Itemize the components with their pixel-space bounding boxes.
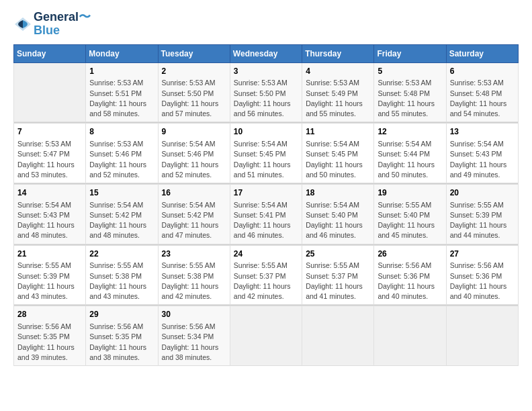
col-header-thursday: Thursday xyxy=(302,44,374,62)
day-info: Sunrise: 5:54 AM Sunset: 5:45 PM Dayligh… xyxy=(306,139,370,180)
day-number: 1 xyxy=(89,66,154,77)
day-number: 5 xyxy=(378,66,442,77)
header: General〜 Blue xyxy=(13,11,519,38)
day-number: 18 xyxy=(306,187,370,199)
day-cell: 6Sunrise: 5:53 AM Sunset: 5:48 PM Daylig… xyxy=(446,62,518,122)
day-cell: 18Sunrise: 5:54 AM Sunset: 5:40 PM Dayli… xyxy=(302,184,374,244)
day-info: Sunrise: 5:55 AM Sunset: 5:37 PM Dayligh… xyxy=(306,261,370,302)
day-info: Sunrise: 5:56 AM Sunset: 5:35 PM Dayligh… xyxy=(89,322,154,363)
day-number: 14 xyxy=(17,187,82,199)
day-cell: 17Sunrise: 5:54 AM Sunset: 5:41 PM Dayli… xyxy=(230,184,302,244)
week-row-1: 1Sunrise: 5:53 AM Sunset: 5:51 PM Daylig… xyxy=(14,62,519,122)
day-info: Sunrise: 5:54 AM Sunset: 5:44 PM Dayligh… xyxy=(378,139,442,180)
day-number: 29 xyxy=(89,309,154,320)
day-cell: 23Sunrise: 5:55 AM Sunset: 5:38 PM Dayli… xyxy=(158,245,230,305)
day-info: Sunrise: 5:53 AM Sunset: 5:48 PM Dayligh… xyxy=(378,78,442,119)
header-row: SundayMondayTuesdayWednesdayThursdayFrid… xyxy=(14,44,519,62)
day-cell: 25Sunrise: 5:55 AM Sunset: 5:37 PM Dayli… xyxy=(302,245,374,305)
day-info: Sunrise: 5:55 AM Sunset: 5:38 PM Dayligh… xyxy=(89,261,154,302)
day-info: Sunrise: 5:53 AM Sunset: 5:50 PM Dayligh… xyxy=(234,78,298,119)
day-number: 2 xyxy=(162,66,226,77)
day-info: Sunrise: 5:56 AM Sunset: 5:36 PM Dayligh… xyxy=(450,261,515,302)
day-number: 11 xyxy=(306,126,370,138)
day-info: Sunrise: 5:54 AM Sunset: 5:41 PM Dayligh… xyxy=(234,200,298,241)
page: General〜 Blue SundayMondayTuesdayWednesd… xyxy=(0,0,532,411)
day-cell: 15Sunrise: 5:54 AM Sunset: 5:42 PM Dayli… xyxy=(86,184,158,244)
day-info: Sunrise: 5:55 AM Sunset: 5:39 PM Dayligh… xyxy=(17,261,82,302)
col-header-monday: Monday xyxy=(86,44,158,62)
day-info: Sunrise: 5:56 AM Sunset: 5:36 PM Dayligh… xyxy=(378,261,442,302)
col-header-sunday: Sunday xyxy=(14,44,86,62)
day-number: 17 xyxy=(234,187,298,199)
week-row-4: 21Sunrise: 5:55 AM Sunset: 5:39 PM Dayli… xyxy=(14,245,519,305)
day-cell: 22Sunrise: 5:55 AM Sunset: 5:38 PM Dayli… xyxy=(86,245,158,305)
day-number: 20 xyxy=(450,187,515,199)
day-info: Sunrise: 5:54 AM Sunset: 5:43 PM Dayligh… xyxy=(17,200,82,241)
day-info: Sunrise: 5:53 AM Sunset: 5:50 PM Dayligh… xyxy=(162,78,226,119)
day-cell: 26Sunrise: 5:56 AM Sunset: 5:36 PM Dayli… xyxy=(374,245,446,305)
day-info: Sunrise: 5:54 AM Sunset: 5:42 PM Dayligh… xyxy=(162,200,226,241)
day-number: 27 xyxy=(450,248,515,260)
day-info: Sunrise: 5:55 AM Sunset: 5:37 PM Dayligh… xyxy=(234,261,298,302)
day-cell: 10Sunrise: 5:54 AM Sunset: 5:45 PM Dayli… xyxy=(230,124,302,183)
col-header-wednesday: Wednesday xyxy=(230,44,302,62)
day-info: Sunrise: 5:56 AM Sunset: 5:35 PM Dayligh… xyxy=(17,322,82,363)
day-info: Sunrise: 5:55 AM Sunset: 5:40 PM Dayligh… xyxy=(378,200,442,241)
logo-blue: Blue xyxy=(34,24,91,38)
logo-icon xyxy=(13,15,32,34)
day-number: 8 xyxy=(89,126,154,138)
week-row-3: 14Sunrise: 5:54 AM Sunset: 5:43 PM Dayli… xyxy=(14,184,519,244)
col-header-tuesday: Tuesday xyxy=(158,44,230,62)
week-row-5: 28Sunrise: 5:56 AM Sunset: 5:35 PM Dayli… xyxy=(14,306,519,366)
day-number: 12 xyxy=(378,126,442,138)
col-header-friday: Friday xyxy=(374,44,446,62)
day-number: 26 xyxy=(378,248,442,260)
day-number: 10 xyxy=(234,126,298,138)
day-cell: 2Sunrise: 5:53 AM Sunset: 5:50 PM Daylig… xyxy=(158,62,230,122)
day-number: 21 xyxy=(17,248,82,260)
day-cell: 16Sunrise: 5:54 AM Sunset: 5:42 PM Dayli… xyxy=(158,184,230,244)
day-info: Sunrise: 5:53 AM Sunset: 5:49 PM Dayligh… xyxy=(306,78,370,119)
day-number: 22 xyxy=(89,248,154,260)
day-cell: 27Sunrise: 5:56 AM Sunset: 5:36 PM Dayli… xyxy=(446,245,518,305)
logo-wave: 〜 xyxy=(79,10,91,24)
day-number: 19 xyxy=(378,187,442,199)
day-cell: 5Sunrise: 5:53 AM Sunset: 5:48 PM Daylig… xyxy=(374,62,446,122)
day-cell xyxy=(14,62,86,122)
col-header-saturday: Saturday xyxy=(446,44,518,62)
day-cell: 11Sunrise: 5:54 AM Sunset: 5:45 PM Dayli… xyxy=(302,124,374,183)
day-cell: 21Sunrise: 5:55 AM Sunset: 5:39 PM Dayli… xyxy=(14,245,86,305)
day-number: 23 xyxy=(162,248,226,260)
day-cell: 3Sunrise: 5:53 AM Sunset: 5:50 PM Daylig… xyxy=(230,62,302,122)
day-info: Sunrise: 5:54 AM Sunset: 5:43 PM Dayligh… xyxy=(450,139,515,180)
day-info: Sunrise: 5:56 AM Sunset: 5:34 PM Dayligh… xyxy=(162,322,226,363)
day-cell: 14Sunrise: 5:54 AM Sunset: 5:43 PM Dayli… xyxy=(14,184,86,244)
day-info: Sunrise: 5:54 AM Sunset: 5:45 PM Dayligh… xyxy=(234,139,298,180)
day-info: Sunrise: 5:53 AM Sunset: 5:47 PM Dayligh… xyxy=(17,139,82,180)
day-number: 13 xyxy=(450,126,515,138)
day-info: Sunrise: 5:54 AM Sunset: 5:40 PM Dayligh… xyxy=(306,200,370,241)
day-number: 9 xyxy=(162,126,226,138)
day-cell: 1Sunrise: 5:53 AM Sunset: 5:51 PM Daylig… xyxy=(86,62,158,122)
day-number: 28 xyxy=(17,309,82,320)
day-cell: 29Sunrise: 5:56 AM Sunset: 5:35 PM Dayli… xyxy=(86,306,158,366)
day-number: 16 xyxy=(162,187,226,199)
day-cell: 19Sunrise: 5:55 AM Sunset: 5:40 PM Dayli… xyxy=(374,184,446,244)
day-info: Sunrise: 5:54 AM Sunset: 5:46 PM Dayligh… xyxy=(162,139,226,180)
logo-general: General〜 xyxy=(34,11,91,24)
week-row-2: 7Sunrise: 5:53 AM Sunset: 5:47 PM Daylig… xyxy=(14,124,519,183)
day-info: Sunrise: 5:55 AM Sunset: 5:38 PM Dayligh… xyxy=(162,261,226,302)
day-cell xyxy=(374,306,446,366)
day-cell: 8Sunrise: 5:53 AM Sunset: 5:46 PM Daylig… xyxy=(86,124,158,183)
day-number: 30 xyxy=(162,309,226,320)
day-cell xyxy=(230,306,302,366)
day-cell: 12Sunrise: 5:54 AM Sunset: 5:44 PM Dayli… xyxy=(374,124,446,183)
day-info: Sunrise: 5:53 AM Sunset: 5:51 PM Dayligh… xyxy=(89,78,154,119)
logo: General〜 Blue xyxy=(13,11,91,38)
day-number: 3 xyxy=(234,66,298,77)
day-number: 15 xyxy=(89,187,154,199)
day-cell: 24Sunrise: 5:55 AM Sunset: 5:37 PM Dayli… xyxy=(230,245,302,305)
day-cell xyxy=(446,306,518,366)
day-info: Sunrise: 5:55 AM Sunset: 5:39 PM Dayligh… xyxy=(450,200,515,241)
day-cell: 20Sunrise: 5:55 AM Sunset: 5:39 PM Dayli… xyxy=(446,184,518,244)
